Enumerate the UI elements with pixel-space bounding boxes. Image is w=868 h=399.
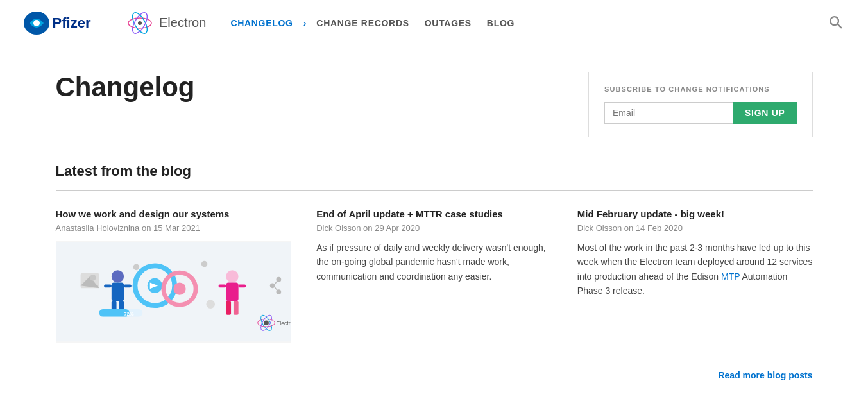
- pfizer-logo-area[interactable]: Pfizer: [0, 0, 114, 46]
- pfizer-name: Pfizer: [53, 15, 91, 31]
- blog-grid: How we work and design our systems Anast…: [56, 208, 813, 351]
- blog-post-3-title[interactable]: Mid February update - big week!: [577, 208, 813, 219]
- mtp-link[interactable]: MTP: [721, 271, 740, 282]
- svg-line-7: [838, 24, 842, 27]
- svg-text:Electron: Electron: [276, 320, 291, 327]
- blog-post-2-title[interactable]: End of April update + MTTR case studies: [316, 208, 552, 219]
- blog-post-3-excerpt: Most of the work in the past 2-3 months …: [577, 241, 813, 298]
- sign-up-button[interactable]: SIGN UP: [733, 102, 796, 124]
- blog-post-3-meta: Dick Olsson on 14 Feb 2020: [577, 223, 813, 233]
- blog-post-3: Mid February update - big week! Dick Ols…: [577, 208, 813, 351]
- svg-rect-16: [124, 284, 132, 287]
- svg-point-35: [206, 300, 215, 309]
- read-more-link[interactable]: Read more blog posts: [718, 370, 812, 380]
- main-nav: Electron CHANGELOG › CHANGE RECORDS OUTA…: [114, 10, 868, 36]
- svg-point-33: [133, 264, 139, 271]
- blog-post-1-image: 72% Electron: [56, 241, 291, 343]
- blog-post-2-excerpt: As if pressure of daily and weekly deliv…: [316, 241, 552, 284]
- svg-point-22: [226, 270, 238, 282]
- blog-post-1: How we work and design our systems Anast…: [56, 208, 291, 351]
- svg-point-2: [138, 21, 142, 25]
- electron-name: Electron: [159, 15, 206, 30]
- blog-section: Latest from the blog How we work and des…: [56, 163, 813, 380]
- svg-point-12: [173, 283, 185, 295]
- svg-rect-15: [104, 284, 112, 287]
- subscribe-label: SUBSCRIBE TO CHANGE NOTIFICATIONS: [604, 85, 796, 93]
- search-button[interactable]: [828, 15, 842, 31]
- blog-post-1-illustration: 72% Electron: [56, 241, 291, 343]
- header: Pfizer Electron CHANGELOG › CHANGE RECOR…: [0, 0, 868, 46]
- blog-post-1-meta: Anastasiia Holoviznina on 15 Mar 2021: [56, 223, 291, 233]
- subscribe-box: SUBSCRIBE TO CHANGE NOTIFICATIONS SIGN U…: [588, 72, 812, 137]
- nav-links: CHANGELOG › CHANGE RECORDS OUTAGES BLOG: [224, 15, 521, 31]
- svg-point-34: [201, 261, 207, 267]
- blog-post-2: End of April update + MTTR case studies …: [316, 208, 552, 351]
- svg-rect-25: [238, 284, 246, 287]
- email-input[interactable]: [604, 102, 733, 124]
- svg-text:72%: 72%: [124, 311, 134, 317]
- pfizer-icon: [23, 11, 50, 35]
- svg-rect-24: [218, 284, 226, 287]
- svg-point-36: [269, 283, 275, 288]
- nav-outages[interactable]: OUTAGES: [418, 15, 478, 31]
- blog-post-1-title[interactable]: How we work and design our systems: [56, 208, 291, 219]
- svg-rect-14: [111, 283, 123, 301]
- blog-post-2-meta: Dick Olsson on 29 Apr 2020: [316, 223, 552, 233]
- nav-blog[interactable]: BLOG: [481, 15, 521, 31]
- svg-rect-23: [226, 283, 238, 301]
- nav-changelog[interactable]: CHANGELOG: [224, 15, 299, 31]
- search-icon: [828, 15, 842, 29]
- svg-point-28: [264, 320, 269, 325]
- blog-section-title: Latest from the blog: [56, 163, 813, 180]
- svg-point-43: [90, 275, 96, 281]
- svg-rect-26: [226, 301, 231, 314]
- subscribe-form: SIGN UP: [604, 102, 796, 124]
- page-top: Changelog SUBSCRIBE TO CHANGE NOTIFICATI…: [56, 72, 813, 137]
- main-content: Changelog SUBSCRIBE TO CHANGE NOTIFICATI…: [17, 46, 851, 399]
- section-divider: [56, 190, 813, 191]
- nav-chevron: ›: [303, 18, 307, 28]
- svg-point-1: [33, 20, 40, 26]
- electron-brand[interactable]: Electron: [127, 10, 206, 36]
- read-more-row: Read more blog posts: [56, 370, 813, 380]
- svg-point-13: [111, 270, 123, 282]
- page-title: Changelog: [56, 72, 195, 103]
- electron-logo-icon: [127, 10, 153, 36]
- svg-rect-27: [233, 301, 238, 314]
- nav-change-records[interactable]: CHANGE RECORDS: [310, 15, 415, 31]
